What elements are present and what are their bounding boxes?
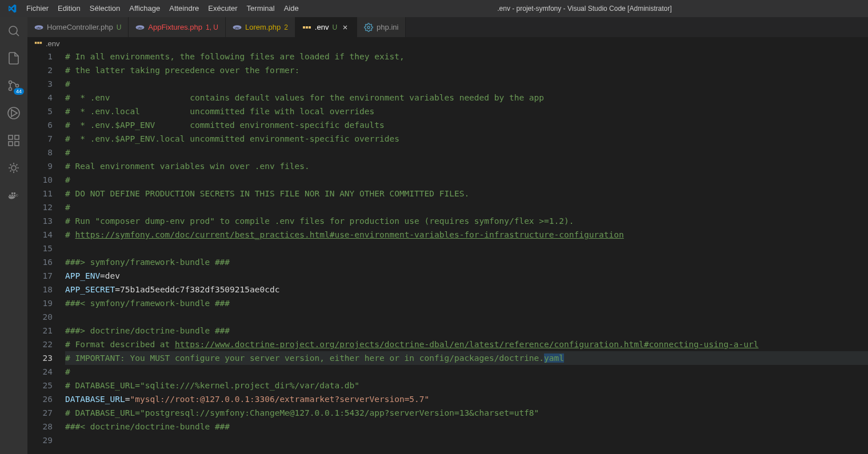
code-line[interactable]: ###> doctrine/doctrine-bundle ### [65,324,868,338]
code-line[interactable]: ###> symfony/framework-bundle ### [65,255,868,269]
tab-status: U [117,23,122,31]
code-line[interactable]: # * .env contains default values for the… [65,91,868,105]
svg-rect-7 [9,135,13,139]
line-number: 4 [27,91,53,105]
line-number: 23 [27,351,53,365]
code-line[interactable]: # [65,146,868,159]
remote-icon[interactable] [0,154,27,182]
extensions-icon[interactable] [0,127,27,154]
svg-point-11 [11,166,16,170]
tab-status: 1, U [206,23,218,31]
code-line[interactable]: # * .env.$APP_ENV.local uncommitted envi… [65,132,868,146]
line-number: 9 [27,159,53,173]
menu-item[interactable]: Edition [53,0,85,17]
line-number: 15 [27,242,53,255]
svg-marker-5 [11,110,17,116]
editor-tab[interactable]: .envU [295,17,357,37]
editor-area: phpHomeController.phpUphpAppFixtures.php… [27,17,868,454]
breadcrumbs[interactable]: .env [27,37,868,50]
svg-line-1 [16,33,19,36]
code-line[interactable]: # https://symfony.com/doc/current/best_p… [65,228,868,242]
code-line[interactable]: # the latter taking precedence over the … [65,63,868,77]
line-number: 16 [27,255,53,269]
svg-text:php: php [37,26,41,29]
code-line[interactable]: # In all environments, the following fil… [65,50,868,63]
breadcrumb-file: .env [46,39,60,48]
tab-label: Lorem.php [245,23,281,31]
code-line[interactable]: # Format described at https://www.doctri… [65,338,868,351]
menu-item[interactable]: Aide [279,0,303,17]
code-line[interactable]: ###< symfony/framework-bundle ### [65,296,868,310]
code-line[interactable]: # Real environment variables win over .e… [65,159,868,173]
tab-label: .env [315,23,329,31]
code-line[interactable]: # [65,200,868,214]
code-line[interactable]: # DO NOT DEFINE PRODUCTION SECRETS IN TH… [65,187,868,200]
code-line[interactable]: APP_ENV=dev [65,269,868,283]
code-line[interactable]: APP_SECRET=75b1ad5eeddc7f382df3509215ae0… [65,283,868,296]
line-number: 7 [27,132,53,146]
code-line[interactable]: # [65,77,868,91]
code-line[interactable]: # [65,173,868,187]
debug-icon[interactable] [0,99,27,127]
php-icon: php [135,23,145,32]
menu-item[interactable]: Fichier [22,0,53,17]
scm-badge: 44 [14,88,24,95]
line-number: 26 [27,392,53,406]
code-line[interactable]: # Run "composer dump-env prod" to compil… [65,214,868,228]
activity-bar: 44 [0,17,27,454]
editor-tab[interactable]: php.ini [357,17,406,37]
line-number: 29 [27,433,53,447]
line-number: 17 [27,269,53,283]
tab-label: AppFixtures.php [148,23,202,31]
code-line[interactable]: ###< doctrine/doctrine-bundle ### [65,420,868,433]
menu-item[interactable]: Exécuter [203,0,242,17]
code-line[interactable]: # * .env.$APP_ENV committed environment-… [65,118,868,132]
svg-point-3 [9,88,12,91]
line-number: 24 [27,365,53,379]
svg-point-2 [9,81,12,84]
tab-status: 2 [284,23,288,31]
editor-tabs: phpHomeController.phpUphpAppFixtures.php… [27,17,868,37]
menu-item[interactable]: Atteindre [165,0,203,17]
line-number: 14 [27,228,53,242]
editor-tab[interactable]: phpHomeController.phpU [27,17,129,37]
line-number: 22 [27,338,53,351]
close-icon[interactable] [341,23,350,32]
svg-text:php: php [138,26,143,29]
menubar: FichierEditionSélectionAffichageAtteindr… [0,0,868,17]
menu-item[interactable]: Terminal [242,0,279,17]
code-line[interactable]: DATABASE_URL="mysql://root:@127.0.0.1:33… [65,392,868,406]
editor-tab[interactable]: phpLorem.php2 [226,17,295,37]
svg-rect-25 [37,42,39,44]
search-icon[interactable] [0,17,27,45]
menu-item[interactable]: Affichage [125,0,165,17]
code-line[interactable]: # DATABASE_URL="postgresql://symfony:Cha… [65,406,868,420]
code-line[interactable] [65,433,868,447]
docker-icon[interactable] [0,182,27,209]
code-line[interactable] [65,310,868,324]
text-editor[interactable]: 1234567891011121314151617181920212223242… [27,50,868,454]
explorer-icon[interactable] [0,45,27,72]
code-line[interactable]: # [65,365,868,379]
svg-rect-9 [15,142,19,146]
source-control-icon[interactable]: 44 [0,72,27,99]
code-content[interactable]: # In all environments, the following fil… [63,50,868,454]
editor-tab[interactable]: phpAppFixtures.php1, U [129,17,226,37]
line-number: 6 [27,118,53,132]
svg-rect-19 [306,26,308,29]
code-line[interactable]: # DATABASE_URL="sqlite:///%kernel.projec… [65,379,868,392]
window-title: .env - projet-symfony - Visual Studio Co… [303,5,866,13]
code-line[interactable]: # * .env.local uncommitted file with loc… [65,105,868,118]
code-line[interactable]: # IMPORTANT: You MUST configure your ser… [65,351,868,365]
line-numbers-gutter: 1234567891011121314151617181920212223242… [27,50,63,454]
svg-rect-8 [9,142,13,146]
tab-label: php.ini [377,23,398,31]
svg-rect-20 [309,26,311,29]
menu-item[interactable]: Sélection [85,0,125,17]
php-icon: php [233,23,242,32]
line-number: 3 [27,77,53,91]
code-line[interactable] [65,242,868,255]
line-number: 25 [27,379,53,392]
svg-text:php: php [235,26,239,29]
svg-rect-24 [35,42,37,44]
